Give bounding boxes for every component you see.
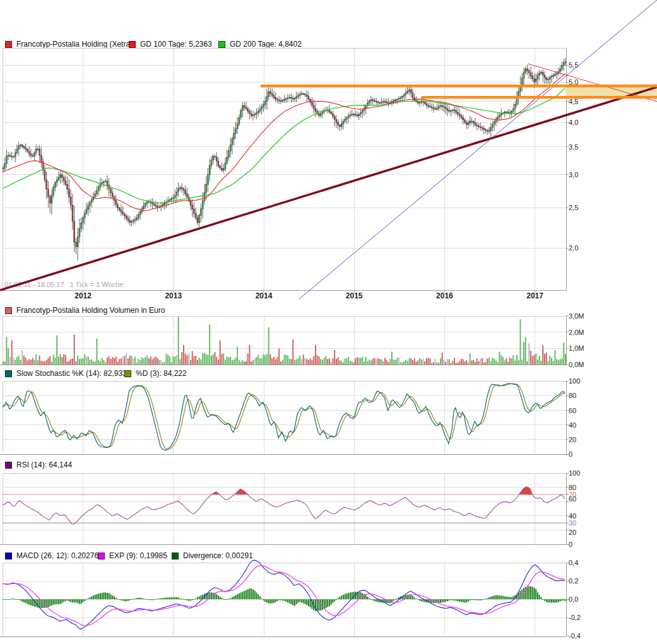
volume-bar	[386, 360, 388, 365]
divergence-bar	[348, 593, 349, 599]
candle-body	[259, 110, 261, 112]
volume-bar	[155, 356, 157, 365]
divergence-bar	[97, 594, 98, 599]
candle-body	[345, 119, 346, 121]
candle-body	[143, 206, 145, 209]
candle-body	[431, 107, 432, 108]
volume-bar	[70, 359, 71, 365]
y-tick-label: 0	[569, 450, 572, 458]
candle-body	[252, 115, 254, 115]
candle-body	[251, 114, 252, 116]
volume-bar	[444, 360, 445, 365]
volume-bar	[382, 361, 384, 365]
candle-body	[374, 100, 376, 101]
candle-body	[504, 112, 506, 113]
candle-body	[275, 97, 276, 99]
volume-bar	[555, 350, 556, 365]
volume-bar	[343, 362, 344, 365]
divergence-bar	[197, 597, 198, 599]
candle-body	[277, 99, 278, 100]
candle-body	[362, 110, 363, 112]
volume-bar	[166, 354, 167, 365]
volume-bar	[355, 358, 356, 365]
divergence-bar	[563, 599, 564, 600]
volume-bar	[433, 362, 434, 365]
divergence-bar	[451, 599, 452, 600]
volume-bar	[352, 361, 353, 365]
candle-body	[228, 151, 230, 158]
divergence-bar	[345, 594, 346, 599]
divergence-bar	[370, 599, 372, 600]
candle-body	[46, 180, 47, 189]
volume-bar	[292, 339, 293, 365]
candle-body	[294, 98, 295, 99]
volume-bar	[398, 358, 400, 365]
chart-canvas[interactable]: 5,55,04,54,03,53,02,52,03,0M2,0M1,0M0,0M…	[0, 0, 657, 644]
divergence-bar	[164, 598, 165, 599]
volume-bar	[379, 359, 381, 365]
volume-bar	[153, 358, 155, 365]
volume-bar	[506, 358, 507, 365]
candle-body	[369, 101, 370, 103]
divergence-bar	[537, 592, 538, 599]
divergence-bar	[216, 594, 217, 599]
divergence-bar	[317, 599, 318, 611]
candle-body	[289, 98, 290, 98]
candle-body	[169, 200, 170, 201]
divergence-bar	[445, 599, 446, 602]
volume-bar	[208, 355, 209, 365]
volume-bar	[9, 357, 11, 365]
candle-body	[452, 110, 453, 110]
volume-bar	[333, 358, 334, 365]
divergence-bar	[218, 595, 219, 599]
candle-body	[201, 209, 202, 216]
candle-body	[208, 175, 209, 184]
volume-bar	[95, 361, 96, 365]
divergence-bar	[305, 599, 306, 604]
divergence-bar	[275, 599, 276, 602]
divergence-bar	[500, 595, 502, 599]
divergence-bar	[166, 597, 167, 599]
y-tick-label: 5,5	[569, 61, 578, 69]
divergence-bar	[159, 599, 160, 599]
rsi-overbought-fill	[213, 487, 534, 495]
volume-bar	[454, 358, 455, 365]
divergence-bar	[178, 597, 179, 599]
volume-bar	[28, 359, 30, 365]
volume-bar	[194, 356, 195, 365]
candle-body	[333, 114, 334, 117]
divergence-bar	[282, 599, 283, 600]
candle-body	[273, 95, 275, 97]
candle-body	[164, 203, 165, 204]
volume-bar	[414, 358, 415, 365]
divergence-bar	[483, 599, 485, 600]
divergence-bar	[53, 599, 54, 605]
candle-body	[232, 139, 233, 145]
volume-bar	[294, 360, 295, 365]
volume-bar	[42, 361, 44, 365]
candle-body	[303, 94, 304, 95]
candle-body	[341, 124, 342, 127]
candle-body	[39, 149, 40, 155]
volume-bar	[74, 335, 75, 365]
candle-body	[117, 204, 119, 208]
divergence-bar	[69, 599, 70, 601]
volume-bar	[527, 361, 528, 365]
candle-body	[430, 106, 431, 107]
volume-bar	[268, 327, 269, 365]
volume-bar	[169, 356, 170, 365]
volume-bar	[360, 358, 362, 365]
volume-bar	[403, 361, 405, 365]
volume-bar	[445, 361, 446, 365]
volume-bar	[174, 356, 175, 365]
divergence-bar	[133, 599, 134, 600]
divergence-bar	[507, 597, 509, 599]
volume-bar	[525, 337, 526, 365]
y-tick-label: 0	[569, 541, 572, 548]
volume-bar	[509, 358, 511, 365]
volume-bar	[171, 362, 172, 365]
y-tick-label: 80	[569, 392, 576, 399]
divergence-bar	[367, 597, 369, 599]
candle-body	[402, 97, 403, 98]
candle-body	[352, 114, 353, 115]
